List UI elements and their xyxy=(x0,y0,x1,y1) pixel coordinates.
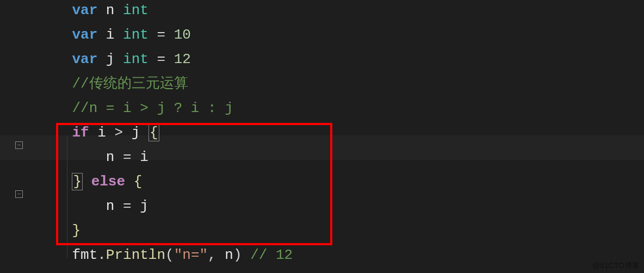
brace: } xyxy=(72,222,81,239)
identifier: i xyxy=(140,149,148,165)
operator: > xyxy=(114,125,123,141)
paren: ( xyxy=(165,247,174,263)
identifier: i xyxy=(106,27,115,43)
code-line[interactable]: n = j xyxy=(38,194,293,219)
code-line[interactable]: n = i xyxy=(38,145,293,170)
code-line[interactable]: var j int = 12 xyxy=(38,47,293,72)
code-line[interactable]: var n int xyxy=(38,0,293,23)
operator: = xyxy=(123,149,132,165)
string-literal: "n=" xyxy=(174,247,208,263)
keyword-else: else xyxy=(91,173,125,190)
code-line[interactable]: //传统的三元运算 xyxy=(38,72,293,96)
type: int xyxy=(123,27,148,43)
identifier: n xyxy=(106,2,115,18)
comment: //传统的三元运算 xyxy=(72,76,188,92)
keyword-var: var xyxy=(72,51,97,67)
paren: ) xyxy=(233,247,242,263)
keyword-var: var xyxy=(72,27,97,43)
identifier: j xyxy=(140,198,148,214)
func-name: Println xyxy=(106,247,165,263)
type: int xyxy=(123,51,148,67)
code-line[interactable]: } xyxy=(38,219,293,243)
identifier: n xyxy=(106,149,115,165)
code-line[interactable]: } else { xyxy=(38,170,293,194)
brace: { xyxy=(148,124,159,141)
fold-toggle-icon[interactable]: − xyxy=(15,141,23,149)
code-area[interactable]: var n int var i int = 10 var j int = 12 … xyxy=(38,0,293,268)
brace: } xyxy=(72,173,83,190)
code-editor[interactable]: − − var n int var i int = 10 var j int =… xyxy=(0,0,644,273)
keyword-if: if xyxy=(72,125,89,141)
number-literal: 10 xyxy=(174,27,191,43)
fold-toggle-icon[interactable]: − xyxy=(15,190,23,198)
identifier: n xyxy=(225,247,233,263)
type: int xyxy=(123,2,148,18)
code-line[interactable]: if i > j { xyxy=(38,121,293,145)
comma: , xyxy=(208,247,216,263)
watermark: @51CTO博客 xyxy=(592,261,640,271)
operator: = xyxy=(157,27,165,43)
brace: { xyxy=(134,173,143,190)
code-line[interactable]: fmt.Println("n=", n) // 12 xyxy=(38,243,293,268)
operator: = xyxy=(123,198,132,214)
comment: // 12 xyxy=(250,247,293,263)
identifier: n xyxy=(106,198,115,214)
keyword-var: var xyxy=(72,2,97,18)
code-line[interactable]: var i int = 10 xyxy=(38,23,293,47)
number-literal: 12 xyxy=(174,51,191,67)
dot: . xyxy=(97,247,106,263)
operator: = xyxy=(157,51,165,67)
comment: //n = i > j ? i : j xyxy=(72,100,233,116)
identifier: i xyxy=(97,125,106,141)
identifier: j xyxy=(132,125,140,141)
gutter: − − xyxy=(0,0,30,273)
identifier: j xyxy=(106,51,115,67)
code-line[interactable]: //n = i > j ? i : j xyxy=(38,96,293,121)
package-name: fmt xyxy=(72,247,97,263)
